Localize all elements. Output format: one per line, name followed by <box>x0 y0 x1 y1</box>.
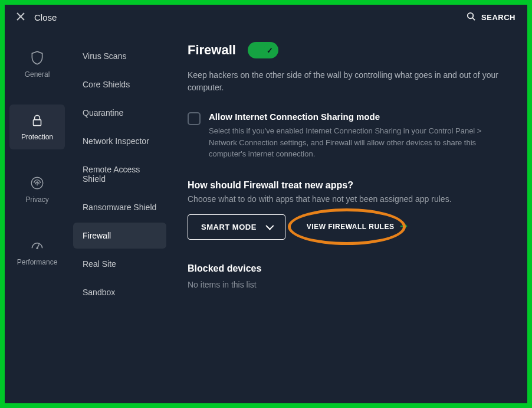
new-apps-title: How should Firewall treat new apps? <box>188 180 510 191</box>
firewall-toggle[interactable] <box>248 42 278 58</box>
close-label: Close <box>34 12 57 22</box>
search-icon <box>467 12 475 23</box>
view-firewall-rules-button[interactable]: VIEW FIREWALL RULES <box>298 217 417 237</box>
sub-item-real-site[interactable]: Real Site <box>73 251 166 277</box>
new-apps-description: Choose what to do with apps that have no… <box>188 194 510 204</box>
sub-item-remote-access-shield[interactable]: Remote Access Shield <box>73 156 166 192</box>
view-rules-label: VIEW FIREWALL RULES <box>307 223 395 231</box>
sidebar-categories: General Protection Privacy Performance <box>5 30 70 403</box>
lock-icon <box>29 113 45 128</box>
search-label: SEARCH <box>481 13 515 22</box>
ics-label: Allow Internet Connection Sharing mode <box>209 112 498 122</box>
smart-mode-label: SMART MODE <box>201 223 257 231</box>
main-panel: Firewall Keep hackers on the other side … <box>170 30 527 403</box>
category-label: Protection <box>21 133 53 141</box>
category-performance[interactable]: Performance <box>9 230 65 275</box>
close-button[interactable]: Close <box>17 12 57 23</box>
ics-checkbox[interactable] <box>188 112 201 125</box>
sub-item-virus-scans[interactable]: Virus Scans <box>73 43 166 69</box>
blocked-devices-empty: No items in this list <box>188 280 510 289</box>
sub-item-quarantine[interactable]: Quarantine <box>73 100 166 126</box>
sub-item-firewall[interactable]: Firewall <box>73 223 166 249</box>
gauge-icon <box>29 238 45 253</box>
category-protection[interactable]: Protection <box>9 105 65 149</box>
category-general[interactable]: General <box>9 42 65 87</box>
smart-mode-dropdown[interactable]: SMART MODE <box>188 214 285 240</box>
check-icon <box>264 44 277 57</box>
fingerprint-icon <box>29 175 45 191</box>
svg-rect-1 <box>34 120 41 126</box>
category-label: General <box>25 70 50 79</box>
sub-item-sandbox[interactable]: Sandbox <box>73 279 166 305</box>
shield-icon <box>29 50 45 66</box>
category-label: Performance <box>17 258 58 266</box>
arrow-right-icon <box>400 223 408 231</box>
search-button[interactable]: SEARCH <box>467 12 515 23</box>
page-description: Keep hackers on the other side of the wa… <box>188 69 506 94</box>
close-icon <box>17 12 25 23</box>
blocked-devices-title: Blocked devices <box>188 263 510 274</box>
sub-item-network-inspector[interactable]: Network Inspector <box>73 128 166 154</box>
chevron-down-icon <box>265 222 274 230</box>
svg-point-0 <box>468 13 473 18</box>
sub-item-core-shields[interactable]: Core Shields <box>73 71 166 97</box>
ics-description: Select this if you've enabled Internet C… <box>209 125 498 160</box>
category-privacy[interactable]: Privacy <box>9 167 65 212</box>
page-title: Firewall <box>188 43 236 58</box>
svg-point-3 <box>36 247 38 249</box>
sidebar-subitems: Virus Scans Core Shields Quarantine Netw… <box>70 30 170 403</box>
category-label: Privacy <box>25 195 48 204</box>
sub-item-ransomware-shield[interactable]: Ransomware Shield <box>73 194 166 220</box>
